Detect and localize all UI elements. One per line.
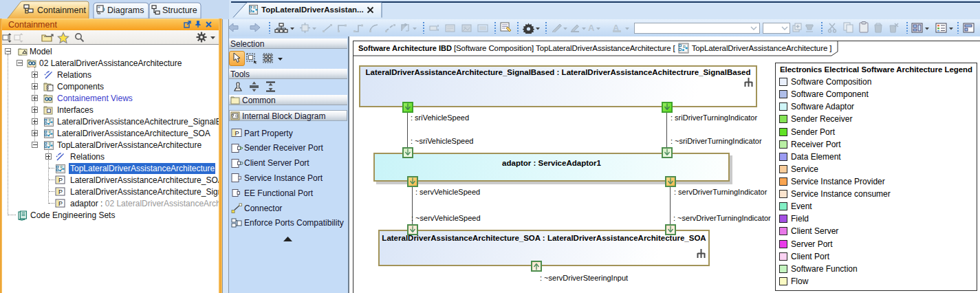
svg-text:R: R xyxy=(49,118,52,122)
svg-text:R: R xyxy=(683,45,686,49)
svg-text:R: R xyxy=(49,141,52,145)
svg-text:R: R xyxy=(253,6,256,10)
svg-text:P: P xyxy=(58,177,63,184)
svg-text:R: R xyxy=(61,164,63,169)
svg-text:P: P xyxy=(58,188,63,195)
svg-text:P: P xyxy=(58,200,63,207)
svg-text:P: P xyxy=(235,129,239,137)
svg-text:R: R xyxy=(49,129,52,133)
